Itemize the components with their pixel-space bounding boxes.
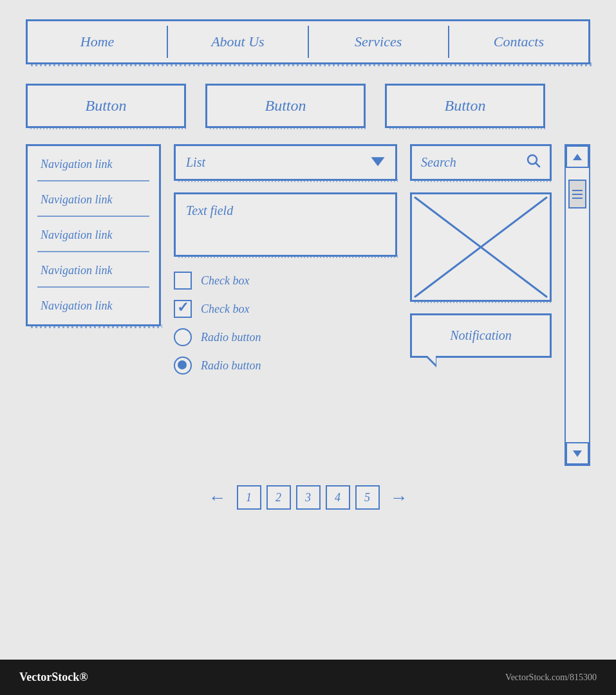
checkbox-checked-item[interactable]: Check box: [174, 300, 397, 318]
buttons-row: Button Button Button: [26, 84, 590, 128]
text-field-label: Text field: [186, 203, 233, 218]
svg-line-2: [536, 163, 539, 167]
pagination: ← 1 2 3 4 5 →: [26, 485, 590, 523]
nav-link-4[interactable]: Navigation link: [28, 252, 159, 283]
checkbox-checked[interactable]: [174, 300, 192, 318]
image-placeholder: [410, 192, 552, 302]
navigation-bar: Home About Us Services Contacts: [26, 19, 590, 64]
center-column: List Text field Check b: [174, 144, 397, 375]
nav-link-1[interactable]: Navigation link: [28, 146, 159, 176]
radio-checked-item[interactable]: Radio button: [174, 357, 397, 375]
radio-checked[interactable]: [174, 357, 192, 375]
radio-unchecked-label: Radio button: [201, 331, 261, 344]
scrollbar-up-button[interactable]: [566, 145, 589, 168]
page-2[interactable]: 2: [266, 485, 291, 510]
pagination-next[interactable]: →: [385, 486, 413, 509]
scrollbar[interactable]: [565, 144, 590, 466]
page-1[interactable]: 1: [237, 485, 261, 510]
radio-unchecked-item[interactable]: Radio button: [174, 328, 397, 346]
scrollbar-thumb[interactable]: [568, 180, 586, 208]
nav-panel: Navigation link Navigation link Navigati…: [26, 144, 161, 326]
checkbox-checked-label: Check box: [201, 302, 249, 316]
scrollbar-down-button[interactable]: [566, 442, 589, 465]
nav-item-services[interactable]: Services: [309, 21, 448, 63]
button-1[interactable]: Button: [26, 84, 186, 128]
dropdown-arrow-icon: [371, 156, 385, 169]
search-label: Search: [421, 155, 456, 170]
svg-marker-5: [573, 154, 582, 160]
dropdown-label: List: [186, 155, 205, 170]
nav-item-home[interactable]: Home: [28, 21, 167, 63]
notification-bubble: Notification: [410, 313, 552, 358]
page-4[interactable]: 4: [326, 485, 350, 510]
footer-url: VectorStock.com/815300: [505, 672, 597, 683]
center-right-area: List Text field Check b: [174, 144, 552, 375]
nav-link-5[interactable]: Navigation link: [28, 288, 159, 318]
search-box[interactable]: Search: [410, 144, 552, 181]
nav-link-2[interactable]: Navigation link: [28, 181, 159, 212]
page-5[interactable]: 5: [355, 485, 380, 510]
pagination-prev[interactable]: ←: [203, 486, 232, 509]
text-field[interactable]: Text field: [174, 192, 397, 257]
search-icon: [527, 154, 541, 171]
dropdown[interactable]: List: [174, 144, 397, 181]
svg-marker-0: [372, 158, 384, 165]
checkbox-unchecked-item[interactable]: Check box: [174, 272, 397, 290]
radio-checked-label: Radio button: [201, 359, 261, 373]
checkbox-unchecked[interactable]: [174, 272, 192, 290]
footer-logo: VectorStock®: [19, 671, 88, 684]
nav-item-about[interactable]: About Us: [168, 21, 307, 63]
svg-marker-6: [573, 450, 582, 457]
scrollbar-thumb-lines: [572, 190, 583, 199]
right-column: Search N: [410, 144, 552, 358]
page-3[interactable]: 3: [296, 485, 321, 510]
button-2[interactable]: Button: [205, 84, 366, 128]
radio-unchecked[interactable]: [174, 328, 192, 346]
middle-section: Navigation link Navigation link Navigati…: [26, 144, 590, 466]
checkbox-unchecked-label: Check box: [201, 274, 249, 288]
nav-link-3[interactable]: Navigation link: [28, 217, 159, 247]
nav-item-contacts[interactable]: Contacts: [449, 21, 588, 63]
form-controls: Check box Check box Radio button: [174, 272, 397, 375]
footer: VectorStock® VectorStock.com/815300: [0, 660, 616, 695]
notification-label: Notification: [450, 328, 512, 342]
button-3[interactable]: Button: [385, 84, 545, 128]
